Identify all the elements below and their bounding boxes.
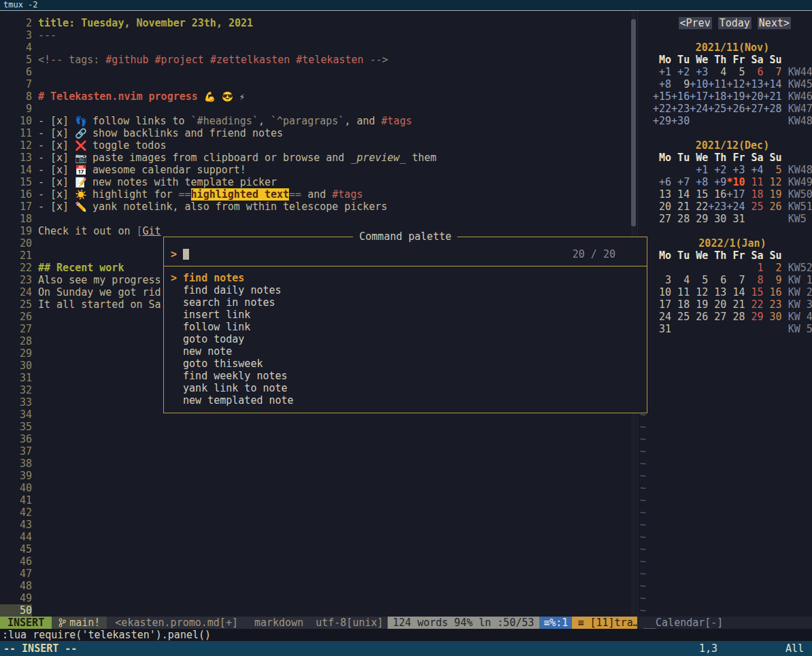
calendar-day[interactable]: 21 bbox=[726, 298, 745, 311]
calendar-day[interactable]: +1 bbox=[653, 66, 671, 78]
calendar-day[interactable]: 29 bbox=[690, 213, 708, 225]
calendar-day[interactable]: 13 bbox=[653, 188, 671, 201]
calendar-day[interactable]: +18 bbox=[708, 90, 726, 103]
editor-line[interactable]: 11- [x] 🔗 show backlinks and friend note… bbox=[0, 127, 631, 139]
calendar-day[interactable]: 19 bbox=[764, 188, 782, 201]
palette-item[interactable]: new templated note bbox=[164, 394, 647, 407]
calendar-day[interactable]: 4 bbox=[671, 274, 690, 286]
calendar-day[interactable]: +30 bbox=[671, 115, 690, 127]
calendar-day[interactable]: 1 bbox=[745, 262, 763, 274]
calendar-day[interactable]: +27 bbox=[745, 103, 763, 115]
calendar-day[interactable]: +23 bbox=[671, 103, 690, 115]
palette-item[interactable]: > find notes bbox=[164, 272, 647, 284]
calendar-day[interactable]: 2 bbox=[764, 262, 782, 274]
calendar-day[interactable]: 9 bbox=[671, 78, 690, 90]
calendar-day[interactable]: 19 bbox=[690, 298, 708, 311]
calendar-day[interactable]: 18 bbox=[671, 298, 690, 311]
calendar-day[interactable]: +17 bbox=[690, 90, 708, 103]
calendar-day[interactable]: +8 bbox=[653, 78, 671, 90]
calendar-day[interactable]: +3 bbox=[690, 66, 708, 78]
editor-line[interactable]: 15- [x] 📝 new notes with template picker bbox=[0, 176, 631, 188]
palette-item[interactable]: find daily notes bbox=[164, 284, 647, 296]
calendar-day[interactable]: 11 bbox=[745, 176, 763, 188]
calendar-day[interactable]: 12 bbox=[690, 286, 708, 298]
calendar-today-button[interactable]: Today bbox=[718, 17, 751, 29]
editor-line[interactable]: 42 bbox=[0, 506, 631, 519]
editor-line[interactable]: 12- [x] ❌ toggle todos bbox=[0, 139, 631, 152]
calendar-day[interactable]: +19 bbox=[726, 90, 745, 103]
calendar-day[interactable]: 10 bbox=[653, 286, 671, 298]
calendar-day[interactable]: 15 bbox=[690, 188, 708, 201]
calendar-day[interactable]: +6 bbox=[653, 176, 671, 188]
calendar-day[interactable]: +11 bbox=[708, 78, 726, 90]
calendar-day[interactable]: +24 bbox=[726, 201, 745, 213]
calendar-day[interactable]: 28 bbox=[726, 311, 745, 323]
calendar-day[interactable]: +17 bbox=[726, 188, 745, 201]
calendar-day[interactable]: 6 bbox=[708, 274, 726, 286]
calendar-day[interactable]: +2 bbox=[671, 66, 690, 78]
calendar-day[interactable]: 26 bbox=[764, 201, 782, 213]
palette-item[interactable]: goto today bbox=[164, 333, 647, 345]
command-palette[interactable]: Command palette > 20 / 20 > find notes f… bbox=[163, 237, 647, 413]
editor-line[interactable]: 6 bbox=[0, 66, 631, 78]
editor-line[interactable]: 49 bbox=[0, 592, 631, 604]
calendar-day[interactable]: 31 bbox=[653, 323, 671, 335]
calendar-day[interactable]: +24 bbox=[690, 103, 708, 115]
calendar-day[interactable]: +25 bbox=[708, 103, 726, 115]
calendar-day[interactable]: 20 bbox=[708, 298, 726, 311]
calendar-day[interactable]: 20 bbox=[653, 201, 671, 213]
editor-line[interactable]: 40 bbox=[0, 482, 631, 494]
calendar-day[interactable]: 17 bbox=[653, 298, 671, 311]
calendar-day[interactable]: 24 bbox=[653, 311, 671, 323]
calendar-day[interactable]: 7 bbox=[764, 66, 782, 78]
calendar-day[interactable]: +15 bbox=[653, 90, 671, 103]
calendar-day[interactable]: +4 bbox=[745, 164, 763, 176]
editor-line[interactable]: 50 bbox=[0, 604, 631, 617]
editor-line[interactable]: 7 bbox=[0, 78, 631, 90]
editor-line[interactable]: 4 bbox=[0, 41, 631, 54]
calendar-day[interactable]: +28 bbox=[764, 103, 782, 115]
editor-line[interactable]: 3--- bbox=[0, 29, 631, 41]
calendar-day[interactable]: 29 bbox=[745, 311, 763, 323]
calendar-day[interactable]: 25 bbox=[671, 311, 690, 323]
calendar-next-button[interactable]: Next> bbox=[758, 17, 791, 29]
calendar-day[interactable]: 5 bbox=[726, 66, 745, 78]
calendar-day[interactable]: +29 bbox=[653, 115, 671, 127]
calendar-day[interactable]: 27 bbox=[708, 311, 726, 323]
editor-line[interactable]: 35 bbox=[0, 421, 631, 433]
palette-item[interactable]: insert link bbox=[164, 309, 647, 321]
calendar-day[interactable]: +12 bbox=[726, 78, 745, 90]
calendar-day[interactable]: 27 bbox=[653, 213, 671, 225]
calendar-day[interactable]: 14 bbox=[726, 286, 745, 298]
calendar-day[interactable]: 22 bbox=[690, 201, 708, 213]
calendar-day[interactable]: +26 bbox=[726, 103, 745, 115]
calendar-day[interactable]: 26 bbox=[690, 311, 708, 323]
editor-line[interactable]: 14- [x] 📅 awesome calendar support! bbox=[0, 164, 631, 176]
calendar-day[interactable]: 3 bbox=[653, 274, 671, 286]
calendar-day[interactable]: 23 bbox=[764, 298, 782, 311]
command-line[interactable]: :lua require('telekasten').panel() bbox=[0, 629, 812, 641]
editor-line[interactable]: 18 bbox=[0, 213, 631, 225]
calendar-day[interactable]: +9 bbox=[708, 176, 726, 188]
calendar-prev-button[interactable]: <Prev bbox=[679, 17, 712, 29]
editor-line[interactable]: 45 bbox=[0, 543, 631, 555]
palette-item[interactable]: goto thisweek bbox=[164, 358, 647, 370]
editor-line[interactable]: 38 bbox=[0, 458, 631, 470]
calendar-day[interactable]: 14 bbox=[671, 188, 690, 201]
calendar-day[interactable]: 28 bbox=[671, 213, 690, 225]
calendar-day[interactable]: 4 bbox=[708, 66, 726, 78]
editor-line[interactable]: 5<!-- tags: #github #project #zettelkast… bbox=[0, 54, 631, 66]
editor-line[interactable]: 41 bbox=[0, 494, 631, 506]
editor-line[interactable]: 8# Telekasten.nvim progress 💪 😎 ⚡ bbox=[0, 90, 631, 103]
calendar-day[interactable]: 25 bbox=[745, 201, 763, 213]
calendar-day[interactable]: +2 bbox=[708, 164, 726, 176]
editor-line[interactable]: 17- [x] ✏️ yank notelink, also from wthi… bbox=[0, 201, 631, 213]
calendar-day[interactable]: +22 bbox=[653, 103, 671, 115]
editor-line[interactable]: 46 bbox=[0, 555, 631, 568]
editor-line[interactable]: 47 bbox=[0, 568, 631, 580]
editor-line[interactable]: 13- [x] 📷 paste images from clipboard or… bbox=[0, 152, 631, 164]
palette-prompt-row[interactable]: > 20 / 20 bbox=[164, 248, 647, 260]
calendar-day[interactable]: +14 bbox=[764, 78, 782, 90]
palette-item[interactable]: new note bbox=[164, 345, 647, 358]
editor-line[interactable]: 43 bbox=[0, 519, 631, 531]
